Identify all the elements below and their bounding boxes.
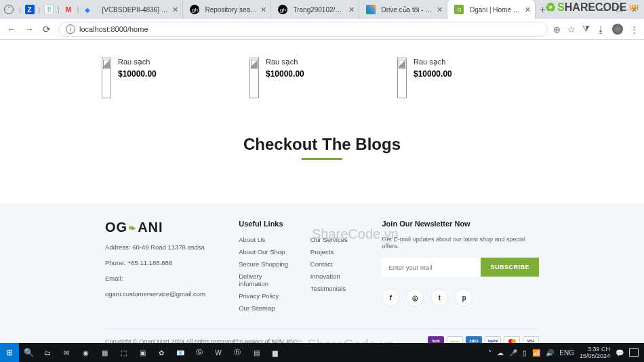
- taskbar-app-icon[interactable]: ✿: [152, 343, 171, 362]
- pinterest-icon[interactable]: p: [455, 289, 472, 306]
- product-name: Rau sạch: [266, 58, 304, 66]
- tab-drive[interactable]: Drive của tôi - Google… ✕: [359, 0, 447, 19]
- language-indicator[interactable]: ENG: [559, 349, 574, 357]
- show-desktop-button[interactable]: [629, 348, 639, 357]
- file-explorer-icon[interactable]: 🗂: [38, 343, 57, 362]
- footer-link[interactable]: Innovation: [310, 273, 362, 280]
- taskbar-clock[interactable]: 3:39 CH 15/05/2024: [580, 346, 610, 359]
- wifi-icon[interactable]: 📶: [532, 349, 540, 357]
- search-icon[interactable]: 🔍: [19, 343, 38, 362]
- close-icon[interactable]: ✕: [525, 5, 531, 14]
- leaf-icon: ❧: [128, 222, 137, 233]
- footer-link[interactable]: About Us: [239, 236, 290, 243]
- heading-underline: [302, 158, 342, 160]
- footer-link[interactable]: Privacy Policy: [239, 292, 290, 300]
- footer-link[interactable]: Delivery infomation: [239, 273, 290, 287]
- mic-icon[interactable]: 🎤: [509, 349, 517, 357]
- footer: OG❧ANI Address: 60-49 Road 11378 asdsa P…: [0, 203, 644, 344]
- twitter-icon[interactable]: t: [430, 289, 448, 306]
- tab-label: Drive của tôi - Google…: [381, 6, 434, 14]
- footer-link[interactable]: Our Services: [310, 236, 362, 243]
- product-card[interactable]: Rau sạch $10000.00: [249, 58, 378, 98]
- skype-app-icon[interactable]: Ⓢ: [190, 343, 209, 362]
- subscribe-button[interactable]: SUBSCRIBE: [481, 258, 539, 277]
- battery-icon[interactable]: ▯: [523, 349, 527, 357]
- tab-jira[interactable]: [VCBSDEPII-4836] Chec… ✕: [95, 0, 183, 19]
- jira-favicon[interactable]: ◆: [83, 5, 92, 14]
- close-icon[interactable]: ✕: [437, 5, 443, 14]
- product-price: $10000.00: [118, 69, 157, 79]
- taskbar-app-icon[interactable]: ▣: [133, 343, 152, 362]
- menu-icon[interactable]: ⋮: [630, 24, 639, 35]
- newsletter-title: Join Our Newsletter Now: [382, 220, 539, 228]
- site-info-icon[interactable]: i: [66, 24, 75, 34]
- tab-label: Ogani | Home Page: [469, 6, 522, 14]
- notifications-icon[interactable]: 💬: [616, 349, 624, 357]
- zalo-favicon[interactable]: Z: [25, 5, 35, 14]
- tab-ogani[interactable]: O Ogani | Home Page ✕: [447, 0, 536, 19]
- facebook-icon[interactable]: f: [382, 289, 399, 306]
- chrome-app-icon[interactable]: ◉: [76, 343, 95, 362]
- extension-favicon[interactable]: ⠿: [44, 5, 54, 14]
- product-card[interactable]: Rau sạch $10000.00: [102, 58, 230, 98]
- close-icon[interactable]: ✕: [172, 5, 178, 14]
- broken-image-icon: [397, 58, 407, 98]
- footer-bottom: Copyright © Ogani Mart 2024 All rights r…: [105, 329, 539, 344]
- newsletter-input[interactable]: [382, 258, 481, 277]
- reload-icon[interactable]: ⟳: [41, 24, 53, 35]
- footer-phone: Phone: +65 11.188.888: [105, 259, 218, 266]
- download-icon[interactable]: ⭳: [597, 24, 605, 35]
- word-app-icon[interactable]: W: [209, 343, 228, 362]
- subscribe-form: SUBSCRIBE: [382, 258, 539, 277]
- footer-link[interactable]: Contact: [310, 260, 362, 268]
- footer-email-label: Email:: [105, 275, 218, 282]
- start-button[interactable]: ⊞: [0, 343, 19, 362]
- gmail-favicon[interactable]: M: [64, 5, 73, 14]
- omnibox[interactable]: i localhost:8000/home: [58, 22, 548, 37]
- sharecode-watermark-logo: ♻ SHARECODE.VN: [545, 0, 639, 15]
- product-price: $10000.00: [266, 69, 304, 79]
- footer-link[interactable]: Testimonials: [310, 285, 362, 292]
- product-name: Rau sạch: [414, 58, 452, 66]
- tab-label: Repository search resul…: [205, 6, 258, 14]
- extensions-icon[interactable]: ⧩: [582, 24, 590, 35]
- close-icon[interactable]: ✕: [260, 5, 266, 14]
- back-icon[interactable]: ←: [5, 24, 18, 35]
- taskbar-app-icon[interactable]: ▦: [95, 343, 114, 362]
- footer-brand-col: OG❧ANI Address: 60-49 Road 11378 asdsa P…: [105, 220, 218, 317]
- github-favicon: gh: [190, 5, 199, 14]
- instagram-icon[interactable]: ◎: [406, 289, 424, 306]
- useful-links-title: Useful Links: [239, 220, 290, 228]
- footer-link[interactable]: Our Sitemap: [239, 304, 290, 312]
- bookmark-icon[interactable]: ☆: [567, 24, 576, 35]
- footer-link[interactable]: About Our Shop: [239, 248, 290, 256]
- ogani-favicon: O: [454, 5, 464, 14]
- taskbar-app-icon[interactable]: ⬚: [114, 343, 133, 362]
- forward-icon[interactable]: →: [23, 24, 35, 35]
- terminal-app-icon[interactable]: ▆: [266, 343, 285, 362]
- drive-favicon: [366, 5, 376, 14]
- ogani-logo[interactable]: OG❧ANI: [105, 220, 218, 235]
- taskbar-app-icon[interactable]: ⓗ: [228, 343, 247, 362]
- product-card[interactable]: Rau sạch $10000.00: [397, 58, 526, 98]
- tab-github-repo[interactable]: gh Trang290102/HoThiThu… ✕: [271, 0, 359, 19]
- tray-chevron-icon[interactable]: ˄: [488, 349, 491, 357]
- tab-github-search[interactable]: gh Repository search resul… ✕: [183, 0, 271, 19]
- tab-label: Trang290102/HoThiThu…: [293, 6, 346, 14]
- chevron-down-icon[interactable]: ˅: [4, 5, 14, 14]
- onedrive-icon[interactable]: ☁: [497, 349, 504, 357]
- profile-avatar[interactable]: [612, 24, 623, 35]
- close-icon[interactable]: ✕: [348, 5, 355, 14]
- footer-link[interactable]: Secure Shopping: [239, 260, 290, 268]
- volume-icon[interactable]: 🔊: [546, 349, 554, 357]
- footer-links-col-2: . Our Services Projects Contact Innovati…: [310, 220, 362, 317]
- zoom-icon[interactable]: ⊕: [553, 24, 561, 35]
- github-favicon: gh: [278, 5, 287, 14]
- mail-app-icon[interactable]: ✉: [57, 343, 76, 362]
- footer-link[interactable]: Projects: [310, 248, 362, 256]
- taskbar-app-icon[interactable]: 📧: [171, 343, 190, 362]
- page-content: Rau sạch $10000.00 Rau sạch $10000.00 Ra…: [0, 40, 644, 344]
- footer-links-col-1: Useful Links About Us About Our Shop Sec…: [239, 220, 290, 317]
- taskbar-app-icon[interactable]: ▤: [247, 343, 266, 362]
- footer-newsletter-col: Join Our Newsletter Now Get E-mail updat…: [382, 220, 539, 317]
